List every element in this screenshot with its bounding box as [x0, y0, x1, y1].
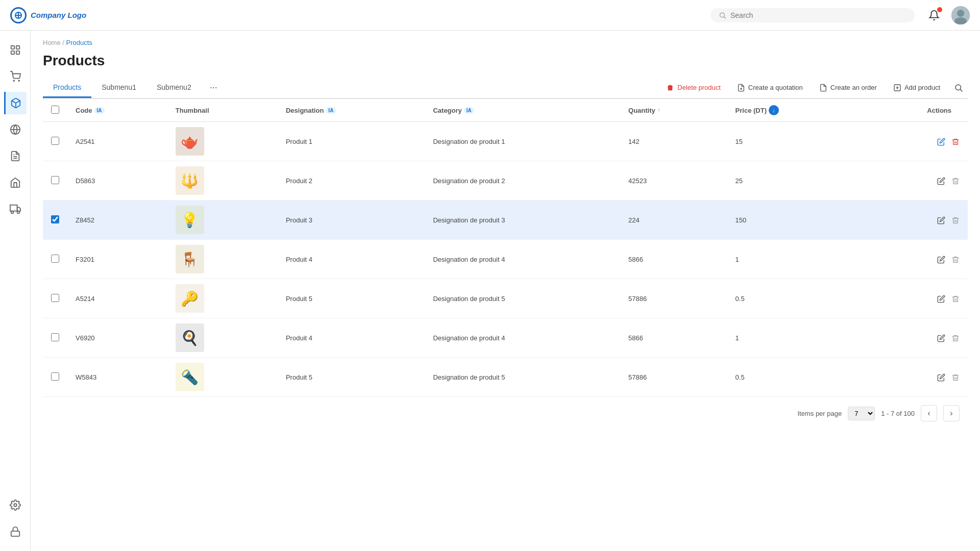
- cell-category: Designation de produit 5: [425, 358, 620, 397]
- row-checkbox-7[interactable]: [51, 372, 59, 381]
- pagination-next-button[interactable]: ›: [943, 405, 960, 421]
- cell-quantity: 57886: [620, 358, 727, 397]
- row-checkbox-1[interactable]: [51, 137, 59, 145]
- table-row: A2541 🫖 Produit 1 Designation de produit…: [43, 122, 968, 161]
- svg-point-3: [720, 13, 725, 17]
- edit-button-3[interactable]: [937, 215, 945, 224]
- cell-designation: Produit 1: [278, 122, 425, 161]
- cell-code: D5863: [67, 161, 167, 201]
- cell-thumbnail: 🔱: [167, 161, 278, 201]
- tab-more-button[interactable]: ···: [202, 77, 226, 98]
- svg-rect-8: [11, 46, 14, 49]
- delete-button-3[interactable]: [951, 215, 960, 224]
- cell-thumbnail: 💡: [167, 201, 278, 240]
- svg-point-21: [11, 211, 13, 214]
- cell-price: 150: [727, 201, 860, 240]
- col-quantity[interactable]: Quantity ↑: [620, 99, 727, 122]
- cell-quantity: 42523: [620, 161, 727, 201]
- svg-marker-20: [17, 207, 20, 211]
- create-quotation-button[interactable]: Create a quotation: [730, 79, 810, 96]
- sidebar-item-products[interactable]: [4, 92, 27, 114]
- action-buttons: [868, 215, 960, 224]
- table-row: F3201 🪑 Produit 4 Designation de produit…: [43, 240, 968, 279]
- col-price[interactable]: Price (DT) ↓: [727, 99, 860, 122]
- sidebar-item-delivery[interactable]: [4, 198, 27, 220]
- sidebar-item-cart[interactable]: [4, 65, 27, 88]
- cell-thumbnail: 🫖: [167, 122, 278, 161]
- tab-submenu2[interactable]: Submenu2: [146, 78, 202, 98]
- quotation-icon: [737, 83, 745, 92]
- svg-rect-24: [11, 531, 19, 536]
- breadcrumb: Home / Products: [43, 39, 968, 46]
- logo[interactable]: Company Logo: [10, 7, 112, 23]
- table-row: V6920 🍳 Produit 4 Designation de produit…: [43, 318, 968, 358]
- col-category: Category IA: [425, 99, 620, 122]
- cell-quantity: 142: [620, 122, 727, 161]
- search-icon: [719, 11, 726, 19]
- items-per-page-select[interactable]: 7102550: [848, 407, 875, 420]
- sidebar-item-reports[interactable]: [4, 145, 27, 167]
- svg-point-23: [14, 504, 17, 507]
- sidebar-item-lock[interactable]: [4, 520, 27, 543]
- trash-icon: [666, 83, 674, 92]
- cell-price: 1: [727, 240, 860, 279]
- price-sort-icon: ↓: [769, 105, 779, 115]
- sidebar-item-dashboard[interactable]: [4, 39, 27, 61]
- edit-button-5[interactable]: [937, 294, 945, 303]
- search-input[interactable]: [730, 11, 906, 19]
- delete-button-7[interactable]: [951, 372, 960, 382]
- svg-rect-11: [16, 51, 19, 54]
- svg-rect-10: [11, 51, 14, 54]
- table-row: D5863 🔱 Produit 2 Designation de produit…: [43, 161, 968, 201]
- add-product-button[interactable]: Add product: [886, 79, 947, 96]
- delete-button-4[interactable]: [951, 255, 960, 264]
- delete-button-6[interactable]: [951, 333, 960, 342]
- logo-circle: [10, 7, 27, 23]
- sidebar-item-globe[interactable]: [4, 118, 27, 141]
- row-checkbox-4[interactable]: [51, 255, 59, 263]
- svg-point-13: [18, 80, 19, 81]
- edit-button-1[interactable]: [937, 137, 945, 146]
- delete-button-1[interactable]: [951, 137, 960, 146]
- row-checkbox-3[interactable]: [51, 215, 59, 223]
- svg-point-6: [957, 10, 964, 17]
- delete-product-button[interactable]: Delete product: [659, 79, 728, 96]
- edit-button-6[interactable]: [937, 333, 945, 342]
- edit-button-2[interactable]: [937, 176, 945, 185]
- col-actions: Actions: [860, 99, 968, 122]
- avatar[interactable]: [951, 6, 970, 24]
- edit-button-7[interactable]: [937, 372, 945, 382]
- tabs-toolbar: Products Submenu1 Submenu2 ··· Delete pr…: [43, 77, 968, 99]
- row-checkbox-6[interactable]: [51, 333, 59, 341]
- select-all-checkbox[interactable]: [51, 106, 59, 114]
- cell-designation: Produit 5: [278, 358, 425, 397]
- delete-button-5[interactable]: [951, 294, 960, 303]
- breadcrumb-home[interactable]: Home: [43, 39, 61, 46]
- tab-products[interactable]: Products: [43, 78, 91, 98]
- svg-line-31: [960, 89, 962, 91]
- cell-price: 15: [727, 122, 860, 161]
- sidebar-item-store[interactable]: [4, 171, 27, 194]
- row-checkbox-2[interactable]: [51, 176, 59, 184]
- toolbar-actions: Delete product Create a quotation: [659, 79, 968, 97]
- cell-designation: Produit 4: [278, 318, 425, 358]
- create-order-button[interactable]: Create an order: [812, 79, 884, 96]
- notification-button[interactable]: [925, 6, 943, 24]
- svg-point-12: [13, 80, 14, 81]
- delete-button-2[interactable]: [951, 176, 960, 185]
- thumbnail-image: 🫖: [176, 127, 204, 156]
- cell-price: 1: [727, 318, 860, 358]
- pagination-prev-button[interactable]: ‹: [921, 405, 937, 421]
- cell-code: A2541: [67, 122, 167, 161]
- cell-category: Designation de produit 5: [425, 279, 620, 318]
- tab-submenu1[interactable]: Submenu1: [91, 78, 146, 98]
- cell-price: 0.5: [727, 279, 860, 318]
- search-bar[interactable]: [710, 8, 915, 22]
- table-search-button[interactable]: [949, 79, 968, 97]
- cell-quantity: 224: [620, 201, 727, 240]
- page-title: Products: [43, 53, 968, 69]
- cell-category: Designation de produit 1: [425, 122, 620, 161]
- row-checkbox-5[interactable]: [51, 294, 59, 302]
- sidebar-item-settings[interactable]: [4, 494, 27, 516]
- edit-button-4[interactable]: [937, 255, 945, 264]
